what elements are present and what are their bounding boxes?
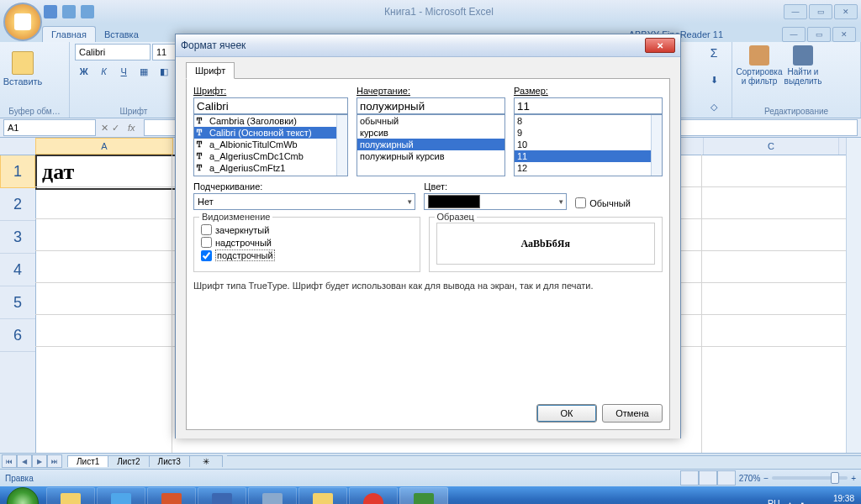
task-app1[interactable] xyxy=(248,487,297,504)
powerpoint-icon xyxy=(161,493,182,504)
dialog-close-button[interactable]: ✕ xyxy=(645,38,675,53)
maximize-button[interactable]: ▭ xyxy=(809,4,832,19)
row-header-4[interactable]: 4 xyxy=(0,254,35,286)
clear-button[interactable]: ◇ xyxy=(705,97,723,116)
doc-minimize-button[interactable]: — xyxy=(782,27,806,42)
ok-button[interactable]: ОК xyxy=(536,404,597,423)
app-title: Книга1 - Microsoft Excel xyxy=(94,6,784,18)
zoom-out-button[interactable]: − xyxy=(763,474,769,483)
fill-button[interactable]: ⬇ xyxy=(705,71,723,89)
dialog-tab-font[interactable]: Шрифт xyxy=(186,62,235,79)
close-button[interactable]: ✕ xyxy=(834,4,858,19)
cancel-icon[interactable]: ✕ xyxy=(101,123,108,134)
cancel-button[interactable]: Отмена xyxy=(602,404,663,423)
sort-filter-button[interactable]: Сортировка и фильтр xyxy=(737,44,781,87)
undo-icon[interactable] xyxy=(62,5,76,18)
font-name-combo[interactable]: Calibri xyxy=(75,44,151,60)
font-list-scrollbar[interactable] xyxy=(336,115,347,176)
task-explorer[interactable] xyxy=(46,487,95,504)
sheet-nav-next[interactable]: ▶ xyxy=(32,454,47,468)
task-powerpoint[interactable] xyxy=(147,487,196,504)
sheet-nav-prev[interactable]: ◀ xyxy=(17,454,32,468)
style-listbox[interactable]: обычный курсив полужирный полужирный кур… xyxy=(357,114,505,176)
zoom-level[interactable]: 270% xyxy=(739,474,761,483)
paste-button[interactable]: Вставить xyxy=(5,44,40,94)
view-normal-button[interactable] xyxy=(680,470,699,486)
app-icon xyxy=(262,493,283,504)
zoom-in-button[interactable]: + xyxy=(851,474,856,483)
bold-button[interactable]: Ж xyxy=(75,62,93,81)
autosum-button[interactable]: Σ xyxy=(705,44,723,62)
save-icon[interactable] xyxy=(44,5,57,18)
sheet-tab-2[interactable]: Лист2 xyxy=(108,455,149,467)
effects-fieldset: Видоизменение зачеркнутый надстрочный по… xyxy=(193,217,420,272)
task-excel[interactable] xyxy=(399,487,448,504)
style-label: Начертание: xyxy=(357,86,505,96)
cell-a1[interactable]: дат xyxy=(35,155,178,190)
border-button[interactable]: ▦ xyxy=(135,62,153,81)
sheet-nav-last[interactable]: ⏭ xyxy=(47,454,62,468)
row-header-6[interactable]: 6 xyxy=(0,319,35,352)
font-input[interactable] xyxy=(193,97,348,114)
tray-flag-icon[interactable]: ▪ xyxy=(800,499,804,505)
doc-restore-button[interactable]: ▭ xyxy=(807,27,831,42)
row-header-1[interactable]: 1 xyxy=(0,155,35,188)
task-folder[interactable] xyxy=(298,487,347,504)
underline-dropdown[interactable]: Нет▼ xyxy=(193,193,415,210)
binoculars-icon xyxy=(793,45,813,66)
row-header-5[interactable]: 5 xyxy=(0,286,35,319)
tray-lang[interactable]: RU xyxy=(768,499,779,505)
task-ie[interactable] xyxy=(97,487,145,504)
size-list-scrollbar[interactable] xyxy=(651,115,662,176)
dialog-titlebar[interactable]: Формат ячеек ✕ xyxy=(176,34,680,57)
find-select-button[interactable]: Найти и выделить xyxy=(781,44,825,87)
name-box[interactable]: A1 xyxy=(3,119,96,136)
row-header-3[interactable]: 3 xyxy=(0,221,35,254)
editing-group-label: Редактирование xyxy=(737,107,855,116)
folder-icon xyxy=(61,493,81,504)
sheet-tab-3[interactable]: Лист3 xyxy=(149,455,190,467)
fill-color-button[interactable]: ◧ xyxy=(155,62,173,81)
sheet-tab-new[interactable]: ✳ xyxy=(189,455,223,467)
office-button[interactable] xyxy=(3,3,42,41)
size-label: Размер: xyxy=(514,86,663,96)
view-pagebreak-button[interactable] xyxy=(717,470,736,486)
subscript-checkbox[interactable]: подстрочный xyxy=(201,249,413,261)
minimize-button[interactable]: — xyxy=(784,4,807,19)
horizontal-scrollbar[interactable] xyxy=(227,455,861,468)
doc-close-button[interactable]: ✕ xyxy=(832,27,856,42)
sample-legend: Образец xyxy=(435,212,477,222)
tab-insert[interactable]: Вставка xyxy=(96,27,147,42)
strike-checkbox[interactable]: зачеркнутый xyxy=(201,224,413,235)
row-header-2[interactable]: 2 xyxy=(0,188,35,221)
task-opera[interactable] xyxy=(349,487,398,504)
start-button[interactable] xyxy=(0,486,45,504)
tray-clock[interactable]: 19:38 05.06.2019 xyxy=(812,494,854,504)
font-label: Шрифт: xyxy=(193,86,348,96)
task-word[interactable] xyxy=(198,487,246,504)
superscript-checkbox[interactable]: надстрочный xyxy=(201,237,413,248)
view-layout-button[interactable] xyxy=(699,470,717,486)
vertical-scrollbar[interactable] xyxy=(846,138,861,453)
col-header-c[interactable]: C xyxy=(704,138,839,155)
enter-icon[interactable]: ✓ xyxy=(112,123,119,134)
size-input[interactable] xyxy=(514,97,663,114)
font-listbox[interactable]: ͲCambria (Заголовки) ͲCalibri (Основной … xyxy=(193,114,348,176)
underline-button[interactable]: Ч xyxy=(114,62,133,81)
italic-button[interactable]: К xyxy=(95,62,114,81)
sheet-nav-first[interactable]: ⏮ xyxy=(2,454,17,468)
app-titlebar: Книга1 - Microsoft Excel — ▭ ✕ xyxy=(0,0,861,24)
size-listbox[interactable]: 8 9 10 11 12 14 xyxy=(514,114,663,176)
zoom-slider[interactable] xyxy=(772,476,848,480)
style-input[interactable] xyxy=(357,97,505,114)
fx-icon[interactable]: fx xyxy=(128,123,135,133)
color-dropdown[interactable]: ▼ xyxy=(424,193,567,210)
redo-icon[interactable] xyxy=(81,5,94,18)
normal-font-checkbox[interactable]: Обычный xyxy=(575,197,663,208)
tab-home[interactable]: Главная xyxy=(42,26,96,42)
sheet-tab-1[interactable]: Лист1 xyxy=(67,455,108,467)
status-bar: Правка 270% − + xyxy=(0,469,861,486)
select-all-corner[interactable] xyxy=(0,138,36,155)
tray-chevron-icon[interactable]: ▴ xyxy=(788,499,792,505)
col-header-a[interactable]: A xyxy=(35,138,173,155)
